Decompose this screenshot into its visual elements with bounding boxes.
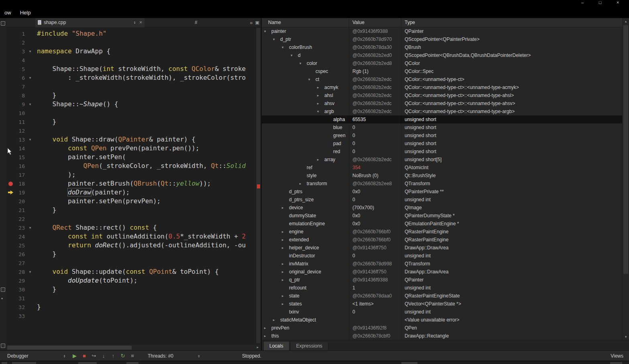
gutter-row[interactable]: 21 bbox=[6, 206, 34, 214]
fold-marker-icon[interactable]: ▾ bbox=[29, 270, 31, 274]
code-line-21[interactable]: } bbox=[37, 206, 255, 214]
code-line-33[interactable] bbox=[37, 311, 255, 320]
pane-scroll-thumb[interactable] bbox=[623, 25, 628, 274]
gutter-row[interactable]: 3▾ bbox=[6, 47, 34, 56]
editor-hscrollbar[interactable]: ▸ bbox=[6, 344, 261, 350]
tree-expanded-icon[interactable]: ▾ bbox=[299, 61, 307, 65]
gutter-row[interactable]: 26 bbox=[6, 250, 34, 259]
variable-row-style[interactable]: styleNoBrush (0)Qt::BrushStyle bbox=[262, 172, 622, 180]
variable-row-state[interactable]: ▸state@0x2660b78daa0QRasterPaintEngineSt… bbox=[262, 292, 622, 300]
gutter-row[interactable]: 12 bbox=[6, 126, 34, 135]
collapse-up-icon[interactable]: ▴ bbox=[1, 296, 3, 300]
tree-expanded-icon[interactable]: ▾ bbox=[316, 109, 324, 113]
tree-collapsed-icon[interactable]: ▸ bbox=[316, 85, 324, 89]
column-header-value[interactable]: Value bbox=[349, 18, 401, 27]
scroll-right-icon[interactable]: ▸ bbox=[254, 344, 261, 350]
tree-collapsed-icon[interactable]: ▸ bbox=[316, 93, 324, 97]
fold-marker-icon[interactable]: ▾ bbox=[29, 226, 31, 230]
gutter-row[interactable]: 2 bbox=[6, 38, 34, 47]
minimize-button[interactable]: – bbox=[574, 0, 591, 6]
code-line-16[interactable]: QPen(_strokeColor, _strokeWidth, Qt::Sol… bbox=[37, 162, 255, 170]
gutter-row[interactable]: 18 bbox=[6, 179, 34, 188]
variable-row-refcount[interactable]: refcount1unsigned int bbox=[262, 284, 622, 292]
gutter-row[interactable]: 16 bbox=[6, 162, 34, 170]
gutter-row[interactable]: 17 bbox=[6, 170, 34, 179]
code-line-22[interactable] bbox=[37, 214, 255, 223]
variable-row-prevPen[interactable]: ▸prevPen@0x91436f92f8QPen bbox=[262, 324, 622, 332]
tree-collapsed-icon[interactable]: ▸ bbox=[281, 246, 289, 250]
variable-row-ref[interactable]: ref354QAtomicInt bbox=[262, 164, 622, 172]
tree-collapsed-icon[interactable]: ▸ bbox=[263, 326, 271, 330]
code-line-2[interactable] bbox=[37, 38, 255, 47]
menu-item-help[interactable]: Help bbox=[16, 9, 35, 16]
code-line-12[interactable] bbox=[37, 126, 255, 135]
gutter-row[interactable]: 13▾ bbox=[6, 135, 34, 144]
pane-vscrollbar[interactable]: ▴ ▾ bbox=[622, 18, 629, 340]
code-line-31[interactable] bbox=[37, 294, 255, 303]
tree-collapsed-icon[interactable]: ▸ bbox=[281, 294, 289, 298]
tree-collapsed-icon[interactable]: ▸ bbox=[281, 238, 289, 242]
bottom-left-icon[interactable] bbox=[1, 344, 5, 348]
threads-select[interactable]: Threads: #0 ▴▾ bbox=[144, 352, 202, 360]
variable-row-color[interactable]: ▾color@0x266082b2ed8QColor bbox=[262, 59, 622, 67]
menu-item-ow[interactable]: ow bbox=[1, 9, 15, 16]
fold-marker-icon[interactable]: ▾ bbox=[29, 138, 31, 142]
code-line-14[interactable]: const QPen prevPen(painter.pen()); bbox=[37, 144, 255, 153]
variable-row-alpha[interactable]: alpha65535unsigned short bbox=[262, 115, 622, 123]
gutter-row[interactable]: 27 bbox=[6, 259, 34, 267]
code-line-19[interactable]: doDraw(painter); bbox=[37, 188, 255, 197]
variable-row-argb[interactable]: ▾argb@0x266082b2edcQColor::<unnamed-type… bbox=[262, 107, 622, 115]
code-line-20[interactable]: painter.setPen(prevPen); bbox=[37, 197, 255, 206]
variable-row-engine[interactable]: ▸engine@0x2660b766bf0QRasterPaintEngine bbox=[262, 228, 622, 236]
code-line-18[interactable]: painter.setBrush(QBrush(Qt::yellow)); bbox=[37, 179, 255, 188]
gutter-row[interactable]: 29 bbox=[6, 276, 34, 285]
code-line-6[interactable]: : _strokeWidth(strokeWidth), _strokeColo… bbox=[37, 73, 255, 82]
gutter-row[interactable]: 11 bbox=[6, 117, 34, 126]
code-area[interactable]: #include "Shape.h"namespace DrawApp { Sh… bbox=[34, 27, 255, 344]
breakpoint-icon[interactable] bbox=[8, 182, 13, 186]
variable-row-staticMetaObject[interactable]: ▸staticMetaObject<Value unavailable erro… bbox=[262, 316, 622, 324]
tree-collapsed-icon[interactable]: ▸ bbox=[281, 206, 289, 210]
stop-icon[interactable]: ■ bbox=[81, 353, 88, 359]
gutter-row[interactable]: 23▾ bbox=[6, 223, 34, 232]
code-line-24[interactable]: const int outlineAddition(0.5*_strokeWid… bbox=[37, 232, 255, 241]
column-header-type[interactable]: Type bbox=[401, 18, 622, 27]
variable-row-pad[interactable]: pad0unsigned short bbox=[262, 140, 622, 148]
gutter-row[interactable]: 22 bbox=[6, 214, 34, 223]
gutter-row[interactable]: 4 bbox=[6, 56, 34, 65]
split-editor-icon[interactable]: ▣ bbox=[255, 20, 259, 25]
tab-expressions[interactable]: Expressions bbox=[290, 341, 328, 350]
variable-row-red[interactable]: red0unsigned short bbox=[262, 148, 622, 156]
debugger-select[interactable]: Debugger ▴▾ bbox=[3, 352, 67, 360]
code-line-23[interactable]: QRect Shape::rect() const { bbox=[37, 223, 255, 232]
gutter-row[interactable]: 9▾ bbox=[6, 100, 34, 109]
variable-row-d_ptr[interactable]: ▾d_ptr@0x2660b78d970QScopedPointer<QPain… bbox=[262, 35, 622, 43]
gutter-row[interactable]: 8 bbox=[6, 91, 34, 100]
tab-close-icon[interactable]: × bbox=[139, 20, 142, 25]
code-line-1[interactable]: #include "Shape.h" bbox=[37, 29, 255, 38]
variable-row-states[interactable]: ▸states<1 items>QVector<QPainterState *> bbox=[262, 300, 622, 308]
tree-collapsed-icon[interactable]: ▸ bbox=[281, 262, 289, 266]
fold-marker-icon[interactable]: ▾ bbox=[29, 102, 31, 106]
tree-collapsed-icon[interactable]: ▸ bbox=[281, 270, 289, 274]
variable-row-ahsl[interactable]: ▸ahsl@0x266082b2edcQColor::<unnamed-type… bbox=[262, 91, 622, 99]
step-into-icon[interactable]: ↓ bbox=[100, 353, 107, 359]
tree-collapsed-icon[interactable]: ▸ bbox=[272, 318, 280, 322]
variable-row-blue[interactable]: blue0unsigned short bbox=[262, 123, 622, 131]
code-line-4[interactable] bbox=[37, 56, 255, 65]
variable-row-inDestructor[interactable]: inDestructor0unsigned int bbox=[262, 252, 622, 260]
variable-row-helper_device[interactable]: ▸helper_device@0x91436ff750DrawApp::Draw… bbox=[262, 244, 622, 252]
tree-collapsed-icon[interactable]: ▸ bbox=[263, 334, 271, 338]
tree-expanded-icon[interactable]: ▾ bbox=[263, 29, 271, 33]
code-line-15[interactable]: painter.setPen( bbox=[37, 153, 255, 162]
code-line-28[interactable]: void Shape::update(const QPoint& toPoint… bbox=[37, 267, 255, 276]
variable-row-q_ptr[interactable]: ▸q_ptr@0x91436f9388QPainter bbox=[262, 276, 622, 284]
gutter-row[interactable]: 33 bbox=[6, 311, 34, 320]
symbol-selector[interactable]: # bbox=[195, 20, 197, 25]
gutter-row[interactable]: 20 bbox=[6, 197, 34, 206]
overflow-chevron-icon[interactable]: » bbox=[250, 20, 252, 26]
gutter-row[interactable]: 5 bbox=[6, 65, 34, 73]
code-line-32[interactable]: } bbox=[37, 303, 255, 311]
editor-tab[interactable]: shape.cpp ▴▾ × bbox=[35, 18, 145, 27]
gutter-row[interactable]: 31 bbox=[6, 294, 34, 303]
